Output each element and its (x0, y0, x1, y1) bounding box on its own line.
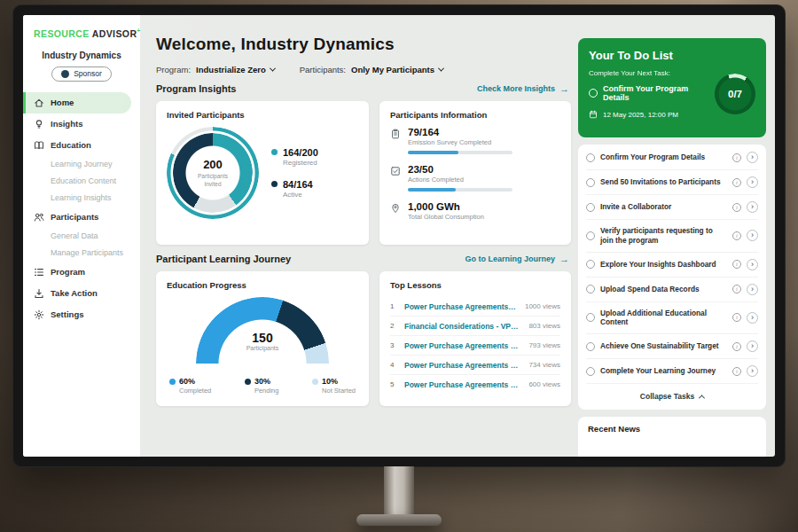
lesson-link[interactable]: Power Purchase Agreements 102 (404, 361, 521, 370)
task-expand-button[interactable]: › (747, 365, 758, 377)
task-checkbox[interactable] (586, 203, 595, 212)
task-row-achieve-one-sustainability-target[interactable]: Achieve One Sustainability Targeti› (586, 334, 758, 359)
task-expand-button[interactable]: › (747, 284, 758, 295)
sidebar-item-manage-participants[interactable]: Manage Participants (23, 245, 140, 262)
task-row-upload-additional-educational-content[interactable]: Upload Additional Educational Contenti› (586, 302, 758, 335)
lesson-row: 1Power Purchase Agreements 1011000 views (390, 297, 560, 317)
participants-dropdown[interactable]: Only My Participants (351, 65, 443, 74)
task-row-verify-participants-requesting-to-join-the-program[interactable]: Verify participants requesting to join t… (586, 220, 758, 253)
legend-item-active: 84/164Active (271, 179, 318, 199)
info-icon[interactable]: i (732, 285, 741, 293)
sponsor-icon (61, 70, 69, 78)
org-name: Industry Dynamics (23, 51, 140, 60)
task-row-complete-your-learning-journey[interactable]: Complete Your Learning Journeyi› (586, 359, 758, 384)
due-date-label: 12 May 2025, 12:00 PM (603, 111, 678, 119)
task-checkbox[interactable] (586, 342, 595, 351)
sidebar-item-label: Settings (51, 309, 83, 319)
sponsor-badge[interactable]: Sponsor (51, 66, 112, 82)
invited-donut-chart: 200 Participants Invited (167, 127, 259, 219)
legend-dot (169, 379, 176, 385)
sidebar-item-insights[interactable]: Insights (23, 113, 140, 135)
task-checkbox[interactable] (586, 285, 595, 293)
sidebar-item-take-action[interactable]: Take Action (23, 283, 140, 304)
legend-value: 10% (322, 377, 356, 386)
main-content: Welcome, Industry Dynamics Program: Indu… (140, 15, 578, 457)
sidebar-item-learning-insights[interactable]: Learning Insights (23, 190, 140, 207)
task-expand-button[interactable]: › (747, 259, 758, 270)
task-row-invite-a-collaborator[interactable]: Invite a Collaboratori› (586, 195, 758, 220)
task-expand-button[interactable]: › (747, 340, 758, 352)
go-to-learning-journey-link[interactable]: Go to Learning Journey → (465, 254, 569, 264)
sidebar-item-education-content[interactable]: Education Content (23, 173, 140, 190)
lesson-link[interactable]: Power Purchase Agreements 103 (404, 380, 521, 389)
task-row-explore-your-insights-dashboard[interactable]: Explore Your Insights Dashboardi› (586, 253, 758, 278)
lesson-row: 4Power Purchase Agreements 102734 views (390, 356, 560, 375)
next-task-label: Confirm Your Program Details (603, 84, 704, 102)
task-checkbox[interactable] (586, 367, 595, 376)
chevron-down-icon (438, 66, 444, 72)
info-icon[interactable]: i (732, 231, 741, 240)
gauge-center-label: Participants (196, 345, 329, 351)
legend-item-not-started: 10%Not Started (312, 377, 356, 395)
lesson-link[interactable]: Power Purchase Agreements 101 (404, 341, 521, 350)
sidebar-item-learning-journey[interactable]: Learning Journey (23, 156, 140, 173)
stat-label: Total Global Consumption (408, 213, 484, 221)
insights-icon (34, 119, 44, 129)
info-icon[interactable]: i (732, 313, 741, 322)
info-icon[interactable]: i (732, 153, 741, 162)
program-dropdown[interactable]: Industrialize Zero (196, 65, 275, 74)
task-row-confirm-your-program-details[interactable]: Confirm Your Program Detailsi› (586, 145, 758, 170)
lesson-link[interactable]: Power Purchase Agreements 101 (404, 302, 518, 311)
task-row-send-50-invitations-to-participants[interactable]: Send 50 Invitations to Participantsi› (586, 170, 758, 195)
task-expand-button[interactable]: › (747, 201, 758, 213)
info-icon[interactable]: i (732, 367, 741, 376)
legend-label: Active (283, 191, 313, 199)
gauge-center-value: 150 (196, 331, 329, 345)
lesson-views: 793 views (528, 341, 560, 349)
lesson-views: 1000 views (525, 302, 560, 310)
info-icon[interactable]: i (732, 203, 741, 212)
sidebar-item-label: General Data (51, 231, 98, 240)
lesson-row: 3Power Purchase Agreements 101793 views (390, 336, 560, 356)
sidebar-item-education[interactable]: Education (23, 135, 140, 156)
info-icon[interactable]: i (732, 178, 741, 187)
stat-body: 1,000 GWhTotal Global Consumption (408, 201, 484, 221)
info-icon[interactable]: i (732, 260, 741, 269)
task-checkbox[interactable] (586, 231, 595, 240)
lesson-views: 803 views (528, 322, 560, 330)
sidebar-item-home[interactable]: Home (23, 92, 131, 113)
task-expand-button[interactable]: › (747, 230, 758, 241)
stat-value: 79/164 (408, 127, 512, 137)
sidebar-item-general-data[interactable]: General Data (23, 228, 140, 245)
task-checkbox[interactable] (586, 313, 595, 322)
check-more-insights-link[interactable]: Check More Insights → (477, 84, 569, 94)
task-row-upload-spend-data-records[interactable]: Upload Spend Data Recordsi› (586, 278, 758, 302)
sidebar-item-settings[interactable]: Settings (23, 304, 140, 325)
task-expand-button[interactable]: › (747, 152, 758, 163)
sidebar-item-label: Home (51, 98, 74, 107)
calendar-icon (589, 110, 598, 119)
donut-legend: 164/200Registered84/164Active (271, 147, 318, 199)
progress-count: 0/7 (728, 89, 742, 99)
lesson-row: 2Financial Considerations - VPPAs803 vie… (390, 317, 560, 336)
task-checkbox[interactable] (589, 89, 598, 98)
sidebar-item-program[interactable]: Program (23, 262, 140, 283)
task-expand-button[interactable]: › (747, 176, 758, 188)
task-expand-button[interactable]: › (747, 312, 758, 324)
stat-emission-survey-completed: 79/164Emission Survey Completed (390, 127, 560, 154)
task-checkbox[interactable] (586, 153, 595, 162)
desk-scene: RESOURCEADVISOR+ Industry Dynamics Spons… (0, 0, 798, 532)
program-insights-header: Program Insights Check More Insights → (156, 83, 569, 94)
sidebar-item-label: Learning Insights (51, 193, 112, 202)
task-checkbox[interactable] (586, 260, 595, 269)
legend-body: 30%Pending (254, 377, 279, 395)
task-label: Complete Your Learning Journey (600, 366, 727, 376)
collapse-tasks-button[interactable]: Collapse Tasks (586, 384, 758, 409)
legend-dot (271, 181, 278, 187)
sidebar-item-participants[interactable]: Participants (23, 207, 140, 228)
legend-value: 60% (179, 377, 211, 386)
task-checkbox[interactable] (586, 178, 595, 187)
todo-panel: Your To Do List Complete Your Next Task:… (578, 15, 775, 457)
info-icon[interactable]: i (732, 342, 741, 351)
lesson-link[interactable]: Financial Considerations - VPPAs (404, 322, 521, 331)
